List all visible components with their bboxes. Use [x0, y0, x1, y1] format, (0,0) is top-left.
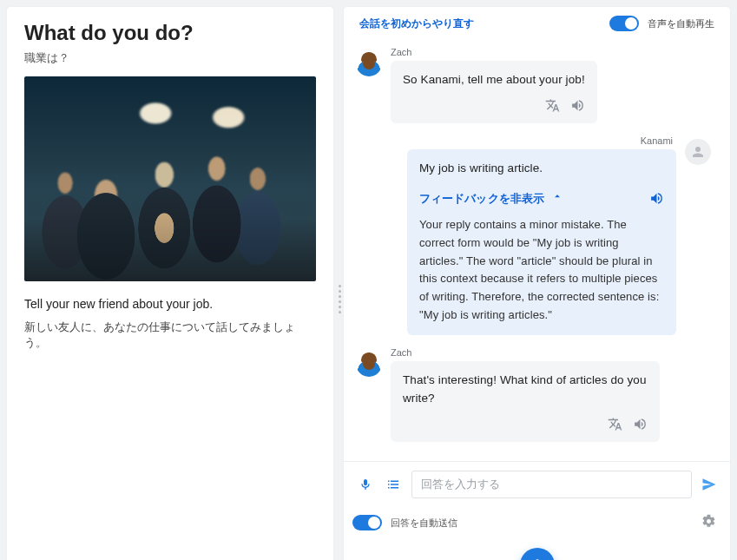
- sender-name: Kanami: [641, 135, 673, 146]
- sender-name: Zach: [391, 47, 597, 57]
- chevron-up-icon: [551, 190, 563, 208]
- mic-row: [344, 539, 730, 560]
- lesson-prompt-en: Tell your new friend about your job.: [24, 297, 316, 311]
- avatar-zach: [356, 351, 382, 377]
- list-icon[interactable]: [384, 475, 403, 494]
- message-group: ZachThat's interesting! What kind of art…: [356, 347, 711, 442]
- chat-footer: 回答を自動送信: [344, 507, 730, 539]
- restart-conversation-link[interactable]: 会話を初めからやり直す: [359, 16, 474, 31]
- message-text: So Kanami, tell me about your job!: [403, 71, 585, 89]
- translate-icon[interactable]: [545, 98, 560, 113]
- send-button[interactable]: [701, 476, 718, 493]
- lesson-prompt-jp: 新しい友人に、あなたの仕事について話してみましょう。: [24, 320, 316, 351]
- lesson-image: [24, 76, 316, 281]
- message-bubble: So Kanami, tell me about your job!: [391, 61, 597, 123]
- chat-header: 会話を初めからやり直す 音声を自動再生: [344, 7, 730, 40]
- lesson-title-en: What do you do?: [24, 21, 316, 45]
- message-text: My job is writing article.: [419, 160, 664, 178]
- message-text: That's interesting! What kind of article…: [403, 372, 648, 408]
- lesson-panel: What do you do? 職業は？ Tell your new frien…: [7, 7, 333, 560]
- avatar-user: [685, 139, 711, 165]
- message-bubble: That's interesting! What kind of article…: [391, 361, 660, 442]
- auto-play-audio-label: 音声を自動再生: [648, 17, 714, 30]
- auto-send-label: 回答を自動送信: [391, 517, 457, 530]
- feedback-toggle-label: フィードバックを非表示: [419, 190, 544, 208]
- chat-scroll-area[interactable]: ZachSo Kanami, tell me about your job!Ka…: [344, 40, 730, 461]
- auto-send-toggle[interactable]: [352, 515, 382, 530]
- message-column: ZachSo Kanami, tell me about your job!: [391, 47, 597, 123]
- sender-name: Zach: [391, 347, 660, 358]
- message-column: ZachThat's interesting! What kind of art…: [391, 347, 660, 442]
- feedback-toggle[interactable]: フィードバックを非表示: [419, 190, 664, 208]
- message-group: ZachSo Kanami, tell me about your job!: [356, 47, 711, 123]
- microphone-icon[interactable]: [356, 475, 375, 494]
- record-button[interactable]: [520, 548, 555, 560]
- auto-play-audio-toggle[interactable]: [609, 16, 639, 31]
- speaker-icon[interactable]: [633, 417, 648, 432]
- speaker-icon[interactable]: [649, 191, 664, 206]
- speaker-icon[interactable]: [570, 98, 585, 113]
- feedback-body: Your reply contains a minor mistake. The…: [419, 216, 664, 325]
- avatar-zach: [356, 50, 382, 76]
- bubble-actions: [403, 98, 585, 113]
- message-group: KanamiMy job is writing article.フィードバックを…: [356, 135, 711, 335]
- message-column: KanamiMy job is writing article.フィードバックを…: [407, 135, 676, 335]
- answer-input[interactable]: [411, 471, 692, 498]
- bubble-actions: [403, 417, 648, 432]
- translate-icon[interactable]: [608, 417, 622, 432]
- panel-resize-handle[interactable]: [339, 285, 341, 313]
- chat-panel: 会話を初めからやり直す 音声を自動再生 ZachSo Kanami, tell …: [344, 7, 730, 560]
- lesson-title-jp: 職業は？: [24, 50, 316, 66]
- input-bar: [344, 461, 730, 507]
- message-bubble: My job is writing article.フィードバックを非表示You…: [407, 149, 676, 335]
- gear-icon[interactable]: [701, 514, 716, 532]
